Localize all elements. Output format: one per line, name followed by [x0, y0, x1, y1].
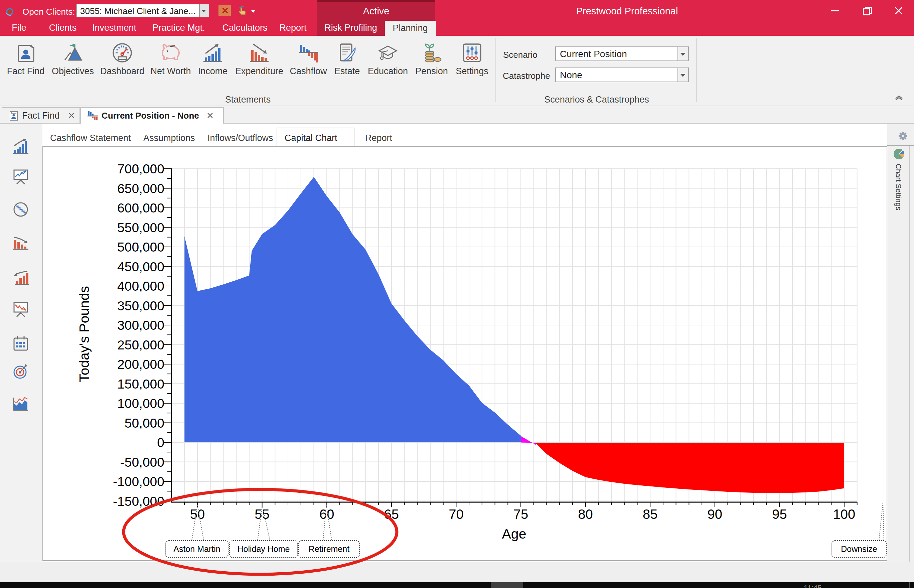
svg-text:Age: Age — [502, 526, 526, 541]
svg-text:550,000: 550,000 — [117, 221, 164, 235]
svg-text:100,000: 100,000 — [117, 396, 164, 410]
svg-text:-50,000: -50,000 — [120, 455, 164, 469]
svg-text:450,000: 450,000 — [117, 260, 164, 274]
svg-text:600,000: 600,000 — [117, 201, 164, 215]
svg-text:350,000: 350,000 — [117, 299, 164, 313]
svg-text:300,000: 300,000 — [117, 318, 164, 333]
svg-text:250,000: 250,000 — [117, 338, 164, 352]
svg-text:-100,000: -100,000 — [113, 474, 164, 489]
svg-text:Retirement: Retirement — [308, 544, 349, 554]
svg-text:95: 95 — [772, 507, 787, 522]
svg-text:50,000: 50,000 — [124, 416, 164, 430]
svg-text:-150,000: -150,000 — [113, 494, 164, 509]
svg-text:Aston Martin: Aston Martin — [173, 544, 220, 554]
svg-text:Holiday Home: Holiday Home — [237, 544, 290, 554]
svg-text:200,000: 200,000 — [117, 357, 164, 372]
svg-text:Today's Pounds: Today's Pounds — [76, 286, 92, 382]
svg-text:85: 85 — [643, 507, 658, 522]
svg-text:650,000: 650,000 — [117, 181, 164, 196]
svg-text:80: 80 — [578, 507, 593, 522]
svg-text:0: 0 — [157, 435, 164, 450]
svg-text:60: 60 — [319, 507, 334, 522]
svg-text:700,000: 700,000 — [117, 162, 164, 176]
svg-text:70: 70 — [449, 507, 463, 522]
svg-text:75: 75 — [514, 507, 528, 522]
svg-text:500,000: 500,000 — [117, 240, 164, 254]
svg-text:150,000: 150,000 — [117, 377, 164, 391]
svg-text:100: 100 — [833, 507, 856, 522]
svg-text:50: 50 — [190, 507, 205, 522]
svg-text:400,000: 400,000 — [117, 279, 164, 293]
svg-text:Downsize: Downsize — [841, 544, 877, 554]
svg-text:55: 55 — [255, 507, 270, 522]
svg-text:90: 90 — [707, 507, 723, 522]
